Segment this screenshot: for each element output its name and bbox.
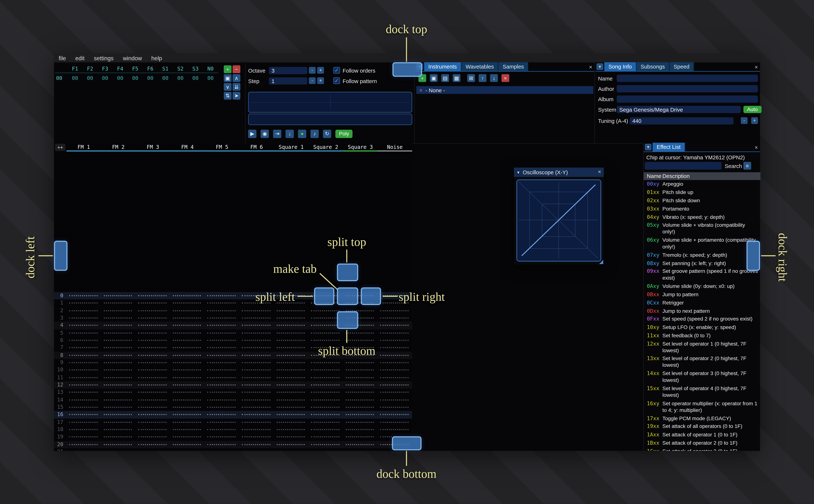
pattern-cell[interactable] xyxy=(100,441,135,448)
step-input[interactable]: 1 xyxy=(269,77,307,84)
pattern-cell[interactable] xyxy=(100,433,135,441)
system-auto-button[interactable]: Auto xyxy=(743,106,761,113)
pattern-cell[interactable] xyxy=(170,314,204,322)
pattern-cell[interactable] xyxy=(239,441,273,448)
pattern-cell[interactable] xyxy=(342,389,377,396)
pattern-cell[interactable] xyxy=(170,292,204,300)
pattern-cell[interactable] xyxy=(377,396,412,404)
menu-window[interactable]: window xyxy=(118,53,146,63)
pattern-cell[interactable] xyxy=(170,396,204,404)
pattern-cell[interactable] xyxy=(342,448,377,451)
pattern-cell[interactable] xyxy=(100,344,135,351)
pattern-cell[interactable] xyxy=(308,426,343,433)
pattern-cell[interactable] xyxy=(100,366,135,374)
pattern-cell[interactable] xyxy=(239,419,273,426)
tuning-field[interactable]: 440 xyxy=(630,117,733,124)
split-top-target[interactable] xyxy=(337,264,358,281)
pattern-cell[interactable] xyxy=(170,344,204,351)
channel-header-fm-5[interactable]: FM 5 xyxy=(205,143,239,152)
split-left-target[interactable] xyxy=(314,287,334,305)
pattern-cell[interactable] xyxy=(100,300,135,307)
tab-list-dropdown-icon[interactable]: ▼ xyxy=(645,144,652,151)
step-increment-button[interactable]: + xyxy=(317,77,324,84)
pattern-cell[interactable] xyxy=(239,411,273,418)
pattern-cell[interactable] xyxy=(377,389,412,396)
pattern-cell[interactable] xyxy=(100,389,135,396)
pattern-cell[interactable] xyxy=(308,329,343,337)
dock-bottom-target[interactable] xyxy=(392,436,422,450)
pattern-cell[interactable] xyxy=(100,381,135,389)
pattern-cell[interactable] xyxy=(135,441,170,448)
repeat-pattern-button[interactable]: ↻ xyxy=(323,130,331,138)
pattern-cell[interactable] xyxy=(239,404,273,411)
pattern-cell[interactable] xyxy=(204,337,239,344)
order-cell-s2[interactable]: 00 xyxy=(173,75,188,81)
pattern-cell[interactable] xyxy=(273,448,308,451)
channel-header-fm-3[interactable]: FM 3 xyxy=(136,143,170,152)
menu-help[interactable]: help xyxy=(146,53,167,63)
pattern-cell[interactable] xyxy=(273,411,308,418)
pattern-cell[interactable] xyxy=(273,337,308,344)
author-field[interactable] xyxy=(617,85,758,92)
pattern-cell[interactable] xyxy=(170,411,204,418)
pattern-cell[interactable] xyxy=(377,419,412,426)
pattern-cell[interactable] xyxy=(204,396,239,404)
channel-header-square-2[interactable]: Square 2 xyxy=(308,143,343,152)
pattern-cell[interactable] xyxy=(377,307,412,314)
pattern-cell[interactable] xyxy=(204,307,239,314)
pattern-cell[interactable] xyxy=(308,359,343,366)
menu-settings[interactable]: settings xyxy=(89,53,118,63)
asset-tab-wavetables[interactable]: Wavetables xyxy=(462,62,499,71)
pattern-cell[interactable] xyxy=(170,426,204,433)
pattern-cell[interactable] xyxy=(100,322,135,329)
pattern-cell[interactable] xyxy=(135,419,170,426)
song-info-close-button[interactable]: × xyxy=(755,64,758,70)
pattern-cell[interactable] xyxy=(239,389,273,396)
pattern-cell[interactable] xyxy=(308,441,343,448)
pattern-cell[interactable] xyxy=(100,448,135,451)
pattern-cell[interactable] xyxy=(66,359,101,366)
pattern-cell[interactable] xyxy=(135,300,170,307)
orders-channel-s1[interactable]: S1 xyxy=(158,66,173,72)
pattern-cell[interactable] xyxy=(377,359,412,366)
pattern-cell[interactable] xyxy=(100,396,135,404)
pattern-cell[interactable] xyxy=(66,396,101,404)
effect-search-input[interactable] xyxy=(645,162,722,170)
instrument-organize-button[interactable]: ⊞ xyxy=(467,74,475,82)
channel-header-fm-1[interactable]: FM 1 xyxy=(66,143,101,152)
pattern-cell[interactable] xyxy=(342,366,377,374)
pattern-cell[interactable] xyxy=(239,381,273,389)
pattern-cell[interactable] xyxy=(239,337,273,344)
pattern-cell[interactable] xyxy=(273,351,308,359)
orders-channel-s3[interactable]: S3 xyxy=(188,66,203,72)
pattern-cell[interactable] xyxy=(342,329,377,337)
name-field[interactable] xyxy=(617,75,758,82)
pattern-cell[interactable] xyxy=(135,411,170,418)
pattern-cell[interactable] xyxy=(273,329,308,337)
pattern-cell[interactable] xyxy=(239,307,273,314)
channel-header-fm-2[interactable]: FM 2 xyxy=(101,143,136,152)
pattern-cell[interactable] xyxy=(100,359,135,366)
order-deep-clone-button[interactable]: ⇊ xyxy=(233,83,240,91)
pattern-cell[interactable] xyxy=(100,314,135,322)
pattern-cell[interactable] xyxy=(135,433,170,441)
metronome-button[interactable]: ♪ xyxy=(310,130,319,138)
orders-channel-f2[interactable]: F2 xyxy=(83,66,98,72)
channel-header-fm-6[interactable]: FM 6 xyxy=(239,143,274,152)
pattern-cell[interactable] xyxy=(273,441,308,448)
play-button[interactable]: ▶ xyxy=(248,130,256,138)
pattern-cell[interactable] xyxy=(66,433,101,441)
pattern-cell[interactable] xyxy=(377,351,412,359)
system-field[interactable]: Sega Genesis/Mega Drive xyxy=(617,106,741,113)
order-cell-f3[interactable]: 00 xyxy=(97,75,113,81)
menu-edit[interactable]: edit xyxy=(71,53,89,63)
order-cell-s3[interactable]: 00 xyxy=(188,75,203,81)
pattern-cell[interactable] xyxy=(342,396,377,404)
split-right-target[interactable] xyxy=(361,287,381,305)
instrument-list-item[interactable]: ○ - None - xyxy=(417,86,593,94)
octave-decrement-button[interactable]: - xyxy=(309,67,316,74)
pattern-cell[interactable] xyxy=(273,426,308,433)
pattern-cell[interactable] xyxy=(135,426,170,433)
pattern-cell[interactable] xyxy=(377,314,412,322)
pattern-cell[interactable] xyxy=(170,337,204,344)
